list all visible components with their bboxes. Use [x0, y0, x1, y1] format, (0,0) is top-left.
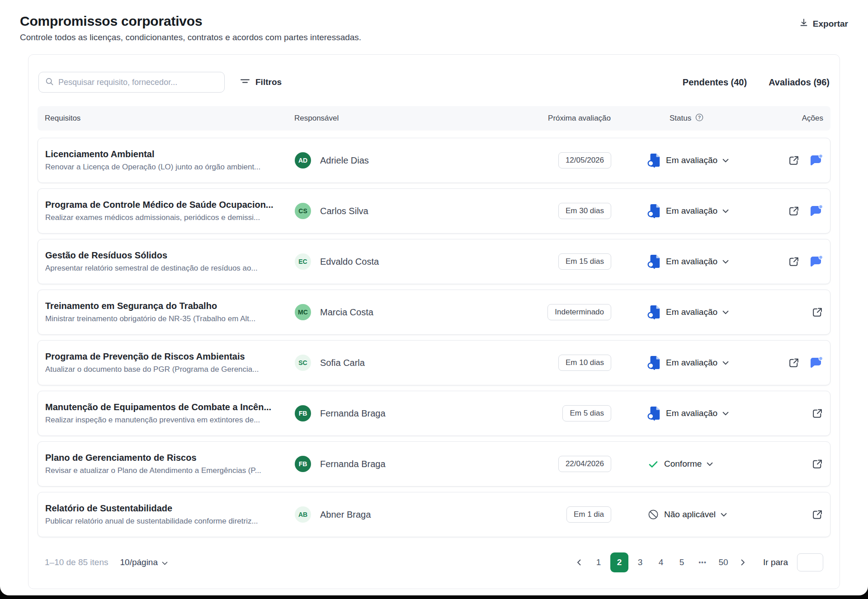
- header-status: Status: [670, 114, 691, 123]
- export-button[interactable]: Exportar: [799, 18, 848, 29]
- table-row: Licenciamento Ambiental Renovar a Licenç…: [38, 138, 830, 183]
- due-date-badge[interactable]: Em 30 dias: [558, 203, 611, 219]
- tab-avaliados[interactable]: Avaliados (96): [769, 77, 830, 88]
- requirement-description: Realizar inspeção e manutenção preventiv…: [45, 416, 295, 425]
- status-label: Conforme: [664, 459, 702, 469]
- items-range: 1–10 de 85 itens: [45, 557, 108, 567]
- due-date-badge[interactable]: Em 5 dias: [562, 405, 611, 421]
- page-size-select[interactable]: 10/página: [120, 557, 168, 567]
- table-row: Plano de Gerenciamento de Riscos Revisar…: [38, 441, 830, 487]
- avatar: CS: [295, 203, 311, 219]
- filters-button[interactable]: Filtros: [240, 77, 282, 88]
- table-row: Manutenção de Equipamentos de Combate a …: [38, 391, 830, 436]
- requirements-list: Licenciamento Ambiental Renovar a Licenç…: [38, 138, 830, 537]
- requirement-title: Plano de Gerenciamento de Riscos: [45, 453, 295, 463]
- page-button-50[interactable]: 50: [714, 552, 732, 572]
- requirement-description: Apresentar relatório semestral de destin…: [45, 264, 295, 273]
- status-dropdown[interactable]: Em avaliação: [647, 254, 729, 269]
- help-icon[interactable]: ?: [695, 113, 704, 124]
- status-dropdown[interactable]: Em avaliação: [647, 153, 729, 168]
- goto-page-input[interactable]: [797, 553, 823, 571]
- search-box: [38, 72, 225, 93]
- header-requisitos: Requisitos: [45, 114, 294, 123]
- chevron-down-icon: [722, 360, 729, 366]
- chevron-down-icon: [722, 309, 729, 316]
- table-row: Treinamento em Segurança do Trabalho Min…: [38, 290, 830, 335]
- document-search-icon: [647, 153, 661, 168]
- due-date-badge[interactable]: 12/05/2026: [558, 152, 611, 168]
- table-row: Relatório de Sustentabilidade Publicar r…: [38, 492, 830, 537]
- open-external-icon[interactable]: [811, 408, 823, 419]
- open-external-icon[interactable]: [788, 256, 799, 267]
- status-dropdown[interactable]: Em avaliação: [647, 406, 729, 421]
- chevron-down-icon: [722, 410, 729, 417]
- status-dropdown[interactable]: Conforme: [647, 459, 713, 469]
- due-date-badge[interactable]: Em 15 dias: [558, 253, 611, 270]
- status-label: Em avaliação: [666, 408, 717, 418]
- requirement-title: Programa de Prevenção de Riscos Ambienta…: [45, 351, 295, 362]
- avatar: AB: [295, 506, 311, 523]
- responsible-name: Fernanda Braga: [320, 459, 386, 469]
- document-search-icon: [647, 356, 661, 370]
- requirement-description: Atualizar o documento base do PGR (Progr…: [45, 365, 295, 374]
- header-responsavel: Responsável: [294, 114, 457, 123]
- next-page-button[interactable]: [735, 556, 750, 569]
- due-date-badge[interactable]: Indeterminado: [547, 304, 611, 320]
- open-external-icon[interactable]: [788, 155, 799, 166]
- comment-icon[interactable]: [809, 154, 823, 167]
- comment-icon[interactable]: [809, 356, 823, 369]
- status-label: Em avaliação: [666, 358, 717, 368]
- header-acoes: Ações: [760, 114, 823, 123]
- open-external-icon[interactable]: [811, 307, 823, 318]
- page-button-2[interactable]: 2: [610, 552, 628, 572]
- comment-icon[interactable]: [809, 255, 823, 268]
- page-size-label: 10/página: [120, 557, 158, 567]
- page-title: Compromissos corporativos: [20, 14, 361, 29]
- filters-label: Filtros: [255, 77, 282, 87]
- avatar: MC: [295, 304, 311, 320]
- due-date-badge[interactable]: Em 10 dias: [558, 355, 611, 371]
- due-date-badge[interactable]: 22/04/2026: [558, 456, 611, 472]
- requirement-title: Licenciamento Ambiental: [45, 149, 295, 159]
- page-button-5[interactable]: 5: [673, 552, 691, 572]
- requirement-title: Gestão de Resíduos Sólidos: [45, 250, 295, 261]
- pagination: 1–10 de 85 itens 10/página 12345•••50 Ir…: [45, 552, 823, 572]
- status-label: Em avaliação: [666, 206, 717, 216]
- requirement-description: Publicar relatório anual de sustentabili…: [45, 517, 295, 526]
- header-proxima-avaliacao: Próxima avaliação: [457, 114, 611, 123]
- commitments-card: Filtros Pendentes (40) Avaliados (96) Re…: [28, 54, 840, 589]
- status-dropdown[interactable]: Em avaliação: [647, 305, 729, 319]
- chevron-down-icon: [721, 511, 727, 518]
- responsible-name: Sofia Carla: [320, 358, 365, 368]
- page-button-3[interactable]: 3: [631, 552, 649, 572]
- status-dropdown[interactable]: Em avaliação: [647, 204, 729, 218]
- status-label: Em avaliação: [666, 307, 717, 317]
- requirement-description: Revisar e atualizar o Plano de Atendimen…: [45, 466, 295, 475]
- document-search-icon: [647, 406, 661, 421]
- open-external-icon[interactable]: [811, 509, 823, 520]
- tab-pendentes[interactable]: Pendentes (40): [683, 77, 747, 88]
- status-dropdown[interactable]: Não aplicável: [647, 509, 727, 520]
- requirement-description: Renovar a Licença de Operação (LO) junto…: [45, 163, 295, 172]
- open-external-icon[interactable]: [811, 459, 823, 470]
- status-dropdown[interactable]: Em avaliação: [647, 356, 729, 370]
- search-input[interactable]: [58, 78, 218, 87]
- page-button-4[interactable]: 4: [652, 552, 670, 572]
- comment-icon[interactable]: [809, 205, 823, 217]
- open-external-icon[interactable]: [788, 357, 799, 369]
- due-date-badge[interactable]: Em 1 dia: [566, 506, 611, 523]
- page-button-1[interactable]: 1: [590, 552, 608, 572]
- responsible-name: Edvaldo Costa: [320, 257, 379, 267]
- check-icon: [647, 459, 659, 469]
- prev-page-button[interactable]: [571, 556, 587, 569]
- page-header: Compromissos corporativos Controle todos…: [0, 0, 868, 42]
- requirement-title: Manutenção de Equipamentos de Combate a …: [45, 402, 295, 412]
- chevron-down-icon: [722, 157, 729, 164]
- requirement-title: Treinamento em Segurança do Trabalho: [45, 301, 295, 311]
- filter-icon: [240, 77, 250, 88]
- open-external-icon[interactable]: [788, 206, 799, 217]
- document-search-icon: [647, 204, 661, 218]
- page-subtitle: Controle todos as licenças, condicionant…: [20, 33, 361, 42]
- requirement-title: Programa de Controle Médico de Saúde Ocu…: [45, 200, 295, 210]
- export-label: Exportar: [813, 19, 848, 29]
